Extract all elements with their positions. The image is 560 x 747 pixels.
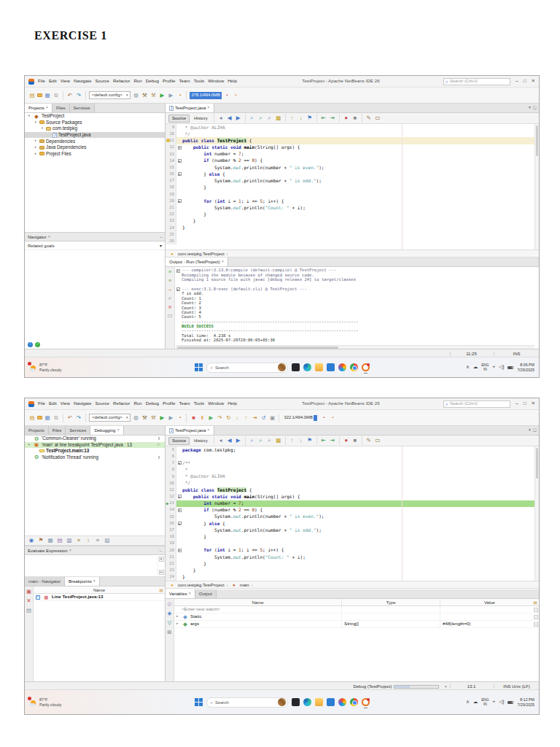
run-icon[interactable]: ▶ [158,92,166,99]
code-fold-icon[interactable] [178,146,182,150]
show-watches-icon[interactable]: ◇ [166,600,174,608]
code-fold-icon[interactable] [178,461,182,465]
language-indicator[interactable]: ENGIN [481,363,489,371]
expander-icon[interactable]: ▸ [176,615,180,619]
menu-team[interactable]: Team [178,78,192,84]
step-out-icon[interactable]: ↑ [242,414,249,422]
location-icon[interactable]: ⌖ [493,365,496,370]
code-fold-icon[interactable] [178,549,182,552]
breadcrumb-item[interactable]: com.testpkg.TestProject [178,583,225,587]
profile-points-icon[interactable]: ◔ [329,414,336,422]
filter-variables-icon[interactable]: ▽ [166,619,174,627]
code-line-16[interactable]: 16 } else { [166,171,534,177]
breakpoint-properties-icon[interactable]: ▤ [26,607,33,614]
variable-row-args[interactable]: ▸◆argsString[]#48(length=0)… [174,621,539,628]
menu-source[interactable]: Source [93,400,111,406]
save-all-icon[interactable]: ▦ [44,92,51,99]
find-next-icon[interactable]: ⌕ [257,115,265,122]
menu-refactor[interactable]: Refactor [112,78,131,84]
tree-item-com-testpkg[interactable]: ▾com.testpkg [25,125,165,132]
code-line-19[interactable]: 19 [166,191,534,198]
tree-item-main-at-line-breakpoint-testproject-java-13[interactable]: ▾◉'main' at line breakpoint TestProject.… [25,442,165,449]
memory-indicator[interactable]: 278.1/494.0MB [190,92,221,99]
jump-to-icon[interactable]: → [166,286,174,293]
tab-debugging[interactable]: Debugging× [90,426,123,435]
menu-file[interactable]: File [36,78,47,84]
expander-icon[interactable]: ▸ [34,152,38,156]
debug-icon[interactable]: ▶ [167,92,174,99]
minimize-icon[interactable]: – [160,235,162,239]
output-console[interactable]: --- compiler:3.13.0:compile (default-com… [176,268,534,345]
start-macro-icon[interactable]: ● [343,115,350,122]
menu-file[interactable]: File [36,400,47,406]
location-icon[interactable]: ⌖ [493,700,496,705]
taskbar-weather-widget[interactable]: 87°F Partly cloudy [29,363,61,371]
run-to-cursor-icon[interactable]: ⇥ [251,414,258,422]
history-view-button[interactable]: History [191,437,211,445]
code-line-9[interactable]: 9 * @author ALIHA [166,124,534,131]
rerun-debug-icon[interactable]: » [166,277,174,285]
pause-small-icon[interactable]: Ⅱ [155,454,163,461]
deploy-icon[interactable]: ◍ [132,92,139,99]
code-fold-icon[interactable] [178,172,182,176]
run-icon[interactable]: ▶ [158,414,166,422]
build-icon[interactable]: ⚒ [141,414,148,422]
close-icon[interactable]: × [207,428,209,433]
code-line-20[interactable]: 20 for (int i = 1; i <= 5; i++) { [166,198,534,204]
find-previous-icon[interactable]: ⌕ [266,115,273,122]
tab-files[interactable]: Files [52,104,70,112]
menu-window[interactable]: Window [206,78,225,84]
menu-edit[interactable]: Edit [47,400,58,406]
edit-value-button[interactable]: … [534,615,538,619]
menu-refactor[interactable]: Refactor [112,400,131,406]
close-icon[interactable]: × [207,106,209,110]
cancel-task-icon[interactable]: × [444,684,447,689]
code-fold-icon[interactable] [178,508,182,512]
code-line-15[interactable]: 15 System.out.println(number + " is even… [166,514,534,520]
find-icon[interactable]: ⌕ [166,295,174,302]
source-view-button[interactable]: Source [168,437,190,445]
toggle-bookmark-icon[interactable]: ⚑ [306,437,314,444]
profile-points-icon[interactable]: ◔ [232,92,239,99]
menu-run[interactable]: Run [132,78,143,84]
hint-lightbulb-icon[interactable] [166,139,170,142]
editor-scrollbar[interactable] [534,446,539,581]
tray-expand-icon[interactable]: ∧ [466,700,470,705]
menu-view[interactable]: View [59,400,71,406]
show-qualified-names-icon[interactable]: ▥ [66,537,73,544]
tree-item-testproject-java[interactable]: JTestProject.java [25,132,165,139]
sort-natural-icon[interactable]: ≡ [94,537,101,544]
evaluate-icon[interactable]: ↵ [159,570,164,575]
maximize-editor-icon[interactable]: ▢ [533,428,537,433]
widgets-app-icon[interactable] [292,698,300,706]
clean-build-icon[interactable]: ⚒ [149,92,157,99]
evaluate-expression-input[interactable]: ▾ ↵ [25,555,165,577]
menu-team[interactable]: Team [178,400,192,406]
code-line-18[interactable]: 18 } [166,185,534,191]
variable-row-static[interactable]: ▸◆Static… [174,614,539,621]
breadcrumb-item[interactable]: com.testpkg.TestProject [178,252,225,256]
menu-view[interactable]: View [59,78,71,84]
taskbar-clock[interactable]: 8:12 PM 7/29/2025 [517,697,534,707]
menu-run[interactable]: Run [132,400,143,406]
clear-icon[interactable]: ▭ [166,312,174,320]
open-project-icon[interactable] [37,93,42,97]
find-selection-icon[interactable]: ⌕ [249,437,256,444]
menu-help[interactable]: Help [226,400,238,406]
close-icon[interactable]: × [46,106,48,110]
toggle-bookmark-icon[interactable]: ⚑ [306,115,314,122]
code-editor[interactable]: 9 * @author ALIHA10 */11public class Tes… [166,124,534,249]
start-macro-icon[interactable]: ● [343,437,350,444]
start-button[interactable] [195,363,203,371]
show-suspend-filter-icon[interactable]: ⚑ [37,537,44,544]
code-line-8[interactable]: 8 * [166,467,534,473]
code-line-5[interactable]: 5package com.testpkg; [166,446,534,453]
profile-icon[interactable]: ◔ [176,414,183,422]
code-line-17[interactable]: 17 System.out.println(number + " is odd.… [166,178,534,185]
config-select[interactable]: <default config> ▾ [89,414,131,422]
debug-icon[interactable]: ▶ [167,414,174,422]
breakpoint-enabled-checkbox[interactable]: ✓ [36,595,40,600]
edge-app-icon[interactable] [303,363,311,371]
back-icon[interactable]: ◀ [226,437,233,444]
next-bookmark-icon[interactable]: ↓ [298,115,305,122]
